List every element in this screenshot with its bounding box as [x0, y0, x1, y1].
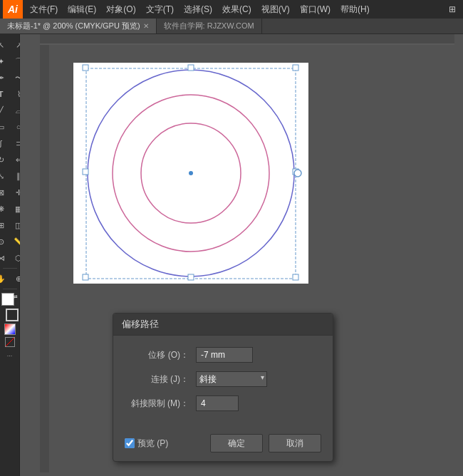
color-mode-btn[interactable] [4, 324, 16, 335]
scale-tool[interactable]: ⤡ [0, 168, 9, 184]
eyedropper-tool[interactable]: ⊙ [0, 234, 9, 249]
menu-view[interactable]: 视图(V) [257, 2, 294, 17]
menu-edit[interactable]: 编辑(E) [63, 2, 100, 17]
tool-separator-1 [3, 268, 17, 269]
color-mode-row [4, 324, 16, 335]
free-transform-tool[interactable]: ⊠ [0, 185, 9, 200]
more-tools-btn[interactable]: ... [7, 351, 13, 358]
magic-wand-tool[interactable]: ✦ [0, 53, 9, 69]
vertical-ruler [40, 45, 49, 467]
mesh-tool[interactable]: ⊞ [0, 217, 9, 233]
svg-rect-0 [40, 34, 454, 45]
layout-button[interactable]: ⊞ [444, 3, 460, 16]
menu-select[interactable]: 选择(S) [180, 2, 217, 17]
menu-window[interactable]: 窗口(W) [296, 2, 335, 17]
miter-label: 斜接限制 (M)： [125, 398, 189, 410]
join-select-wrapper: 斜接 圆角 斜角 [196, 371, 267, 387]
tab-inactive-label: 软件自学网: RJZXW.COM [164, 21, 254, 31]
menu-object[interactable]: 对象(O) [102, 2, 140, 17]
svg-rect-11 [83, 169, 88, 175]
rotate-tool[interactable]: ↻ [0, 152, 9, 167]
menu-effect[interactable]: 效果(C) [218, 2, 256, 17]
title-bar: Ai 文件(F) 编辑(E) 对象(O) 文字(T) 选择(S) 效果(C) 视… [0, 0, 463, 19]
menu-file[interactable]: 文件(F) [26, 2, 62, 17]
main-area: ↖ ↗ ✦ ⌒ ✒ 〜 T ⌇ ╱ ⌓ ▭ ○ ∫ ⊃ ↻ ⇔ [0, 34, 463, 476]
svg-rect-13 [83, 274, 88, 280]
join-row: 连接 (J)： 斜接 圆角 斜角 [125, 371, 321, 387]
svg-point-6 [189, 171, 193, 175]
ok-button[interactable]: 确定 [210, 434, 263, 452]
cancel-button[interactable]: 取消 [269, 434, 321, 452]
tab-bar: 未标题-1* @ 200% (CMYK/GPU 预览) ✕ 软件自学网: RJZ… [0, 19, 463, 34]
miter-row: 斜接限制 (M)： [125, 395, 321, 411]
svg-rect-14 [188, 274, 194, 280]
join-select[interactable]: 斜接 圆角 斜角 [196, 371, 267, 387]
dialog-title: 偏移路径 [113, 314, 333, 336]
color-swatch-area: ⇄ [1, 293, 19, 321]
hand-tool[interactable]: ✋ [0, 271, 9, 286]
rect-tool[interactable]: ▭ [0, 119, 9, 135]
blend-tool[interactable]: ⋈ [0, 250, 9, 266]
dialog-footer: 预览 (P) 确定 取消 [113, 428, 333, 461]
symbol-tool[interactable]: ❋ [0, 201, 9, 217]
type-tool[interactable]: T [0, 86, 9, 102]
preview-label[interactable]: 预览 (P) [137, 438, 168, 450]
none-color-btn[interactable] [5, 337, 15, 347]
offset-label: 位移 (O)： [125, 349, 189, 361]
layout-icon: ⊞ [449, 4, 456, 14]
svg-rect-10 [293, 65, 298, 71]
tab-close-button[interactable]: ✕ [143, 22, 149, 30]
ai-logo: Ai [3, 0, 23, 19]
canvas-svg [73, 63, 308, 284]
svg-point-16 [294, 170, 301, 177]
miter-input[interactable] [196, 395, 239, 411]
svg-rect-15 [293, 274, 298, 280]
svg-rect-2 [40, 45, 49, 472]
svg-rect-8 [83, 65, 88, 71]
pen-tool[interactable]: ✒ [0, 70, 9, 86]
menu-help[interactable]: 帮助(H) [336, 2, 374, 17]
svg-rect-9 [188, 65, 194, 71]
stroke-color[interactable] [6, 309, 19, 321]
preview-checkbox[interactable] [125, 438, 135, 448]
tab-active[interactable]: 未标题-1* @ 200% (CMYK/GPU 预览) ✕ [0, 19, 157, 33]
preview-checkbox-wrap: 预览 (P) [125, 438, 168, 450]
paintbrush-tool[interactable]: ∫ [0, 135, 9, 151]
menu-text[interactable]: 文字(T) [142, 2, 178, 17]
left-toolbar: ↖ ↗ ✦ ⌒ ✒ 〜 T ⌇ ╱ ⌓ ▭ ○ ∫ ⊃ ↻ ⇔ [0, 34, 20, 476]
artboard[interactable] [73, 63, 308, 284]
selection-tool[interactable]: ↖ [0, 37, 9, 53]
line-tool[interactable]: ╱ [0, 103, 9, 118]
menu-bar: 文件(F) 编辑(E) 对象(O) 文字(T) 选择(S) 效果(C) 视图(V… [26, 2, 460, 17]
offset-row: 位移 (O)： [125, 347, 321, 363]
horizontal-ruler [40, 34, 454, 45]
tool-separator-2 [3, 289, 17, 289]
canvas-area[interactable]: 偏移路径 位移 (O)： 连接 (J)： 斜接 圆角 斜角 [20, 34, 463, 476]
offset-path-dialog: 偏移路径 位移 (O)： 连接 (J)： 斜接 圆角 斜角 [113, 313, 333, 462]
tab-inactive[interactable]: 软件自学网: RJZXW.COM [157, 19, 262, 33]
tab-active-label: 未标题-1* @ 200% (CMYK/GPU 预览) [7, 21, 140, 31]
join-label: 连接 (J)： [125, 373, 189, 386]
swap-colors-icon[interactable]: ⇄ [13, 294, 18, 300]
offset-input[interactable] [196, 347, 253, 363]
dialog-body: 位移 (O)： 连接 (J)： 斜接 圆角 斜角 [113, 336, 333, 428]
